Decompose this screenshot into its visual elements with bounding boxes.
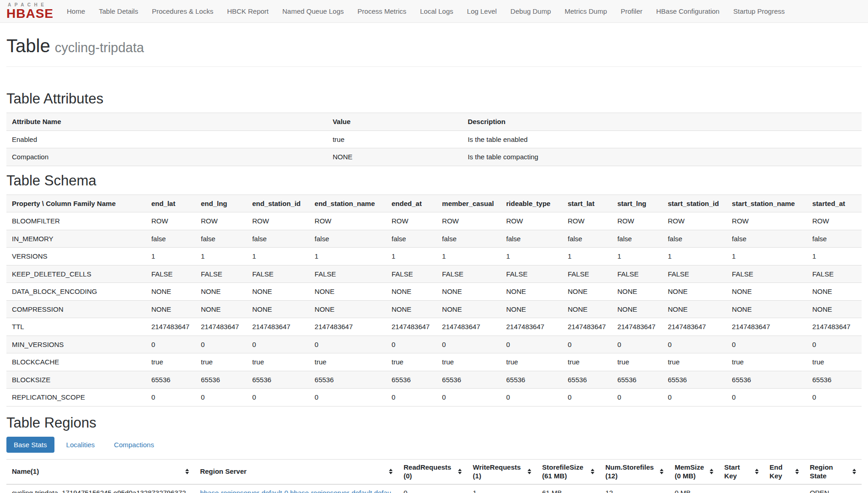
schema-cell: 0	[195, 389, 247, 406]
schema-cell: NONE	[437, 300, 501, 318]
nav-item-debug-dump[interactable]: Debug Dump	[504, 7, 558, 15]
schema-cell: 65536	[309, 371, 386, 389]
schema-property-name: BLOCKCACHE	[6, 353, 146, 371]
schema-cell: ROW	[612, 212, 662, 230]
regions-col-writerequests-1[interactable]: WriteRequests (1)	[467, 459, 536, 484]
schema-cell: NONE	[501, 300, 562, 318]
regions-col-region-server[interactable]: Region Server	[194, 459, 398, 484]
schema-cell: 0	[437, 389, 501, 406]
schema-cell: 65536	[247, 371, 309, 389]
nav-item-hbck-report[interactable]: HBCK Report	[220, 7, 275, 15]
schema-cell: 2147483647	[437, 318, 501, 336]
schema-cell: 2147483647	[247, 318, 309, 336]
nav-item-log-level[interactable]: Log Level	[460, 7, 504, 15]
schema-cell: NONE	[807, 283, 862, 301]
schema-cell: NONE	[195, 300, 247, 318]
schema-cell: 65536	[807, 371, 862, 389]
schema-cell: NONE	[386, 283, 437, 301]
nav-item-table-details[interactable]: Table Details	[92, 7, 145, 15]
regions-col-label: End Key	[770, 463, 793, 481]
schema-cell: 0	[146, 389, 195, 406]
schema-cell: true	[662, 353, 726, 371]
schema-col-end-lat: end_lat	[146, 195, 195, 212]
schema-cell: 2147483647	[662, 318, 726, 336]
region-cell: 12	[600, 484, 669, 493]
regions-col-num-storefiles-12[interactable]: Num.Storefiles (12)	[600, 459, 669, 484]
schema-cell: 0	[501, 389, 562, 406]
schema-cell: true	[807, 353, 862, 371]
schema-cell: FALSE	[195, 265, 247, 283]
schema-cell: true	[309, 353, 386, 371]
regions-col-memsize-0-mb[interactable]: MemSize (0 MB)	[669, 459, 718, 484]
schema-cell: true	[146, 353, 195, 371]
schema-row-blockcache: BLOCKCACHEtruetruetruetruetruetruetruetr…	[6, 353, 862, 371]
tab-compactions[interactable]: Compactions	[107, 437, 162, 453]
schema-cell: FALSE	[662, 265, 726, 283]
region-server-link[interactable]: hbase-regionserver-default-0.hbase-regio…	[200, 489, 391, 493]
nav-item-named-queue-logs[interactable]: Named Queue Logs	[275, 7, 350, 15]
schema-cell: false	[195, 230, 247, 248]
schema-cell: ROW	[309, 212, 386, 230]
attributes-cell: Is the table enabled	[462, 130, 862, 148]
region-cell	[764, 484, 804, 493]
region-cell	[719, 484, 764, 493]
schema-cell: FALSE	[807, 265, 862, 283]
schema-row-keep-deleted-cells: KEEP_DELETED_CELLSFALSEFALSEFALSEFALSEFA…	[6, 265, 862, 283]
schema-cell: NONE	[146, 283, 195, 301]
schema-cell: 1	[562, 248, 612, 265]
schema-cell: NONE	[195, 283, 247, 301]
schema-cell: NONE	[501, 283, 562, 301]
schema-col-member-casual: member_casual	[437, 195, 501, 212]
schema-col-rideable-type: rideable_type	[501, 195, 562, 212]
tab-base-stats[interactable]: Base Stats	[6, 437, 54, 453]
schema-cell: 0	[562, 389, 612, 406]
schema-cell: false	[501, 230, 562, 248]
regions-col-label: MemSize (0 MB)	[674, 463, 707, 481]
schema-cell: NONE	[386, 300, 437, 318]
nav-item-hbase-configuration[interactable]: HBase Configuration	[649, 7, 726, 15]
region-name-cell: cycling-tripdata,,1719475156245.e95d0a13…	[6, 484, 194, 493]
schema-cell: false	[247, 230, 309, 248]
attributes-cell: NONE	[327, 148, 462, 166]
nav-item-home[interactable]: Home	[60, 7, 92, 15]
schema-cell: 2147483647	[386, 318, 437, 336]
nav-item-startup-progress[interactable]: Startup Progress	[726, 7, 792, 15]
schema-cell: 1	[437, 248, 501, 265]
regions-col-start-key[interactable]: Start Key	[719, 459, 764, 484]
nav-item-process-metrics[interactable]: Process Metrics	[350, 7, 413, 15]
hbase-logo[interactable]: APACHE HBASE	[6, 3, 54, 20]
attributes-property-name: Enabled	[6, 130, 327, 148]
nav-item-profiler[interactable]: Profiler	[614, 7, 650, 15]
schema-cell: NONE	[807, 300, 862, 318]
regions-col-end-key[interactable]: End Key	[764, 459, 804, 484]
schema-property-name: MIN_VERSIONS	[6, 336, 146, 353]
schema-cell: 2147483647	[562, 318, 612, 336]
tab-localities[interactable]: Localities	[59, 437, 102, 453]
schema-cell: ROW	[247, 212, 309, 230]
schema-cell: 2147483647	[807, 318, 862, 336]
schema-col-start-lat: start_lat	[562, 195, 612, 212]
top-navbar: APACHE HBASE HomeTable DetailsProcedures…	[0, 0, 868, 23]
nav-item-procedures-locks[interactable]: Procedures & Locks	[145, 7, 220, 15]
nav-item-metrics-dump[interactable]: Metrics Dump	[558, 7, 614, 15]
regions-col-storefilesize-61-mb[interactable]: StorefileSize (61 MB)	[537, 459, 600, 484]
schema-cell: FALSE	[309, 265, 386, 283]
regions-col-region-state[interactable]: Region State	[804, 459, 862, 484]
sort-arrows-icon	[795, 469, 799, 474]
schema-cell: FALSE	[247, 265, 309, 283]
nav-item-local-logs[interactable]: Local Logs	[413, 7, 460, 15]
attributes-row-compaction: CompactionNONEIs the table compacting	[6, 148, 862, 166]
schema-col-ended-at: ended_at	[386, 195, 437, 212]
schema-cell: FALSE	[386, 265, 437, 283]
regions-col-readrequests-0[interactable]: ReadRequests (0)	[398, 459, 467, 484]
regions-col-name-1[interactable]: Name(1)	[6, 459, 194, 484]
schema-cell: 0	[501, 336, 562, 353]
schema-cell: FALSE	[727, 265, 807, 283]
attributes-table: Attribute NameValueDescription Enabledtr…	[6, 113, 862, 166]
region-cell: OPEN	[804, 484, 862, 493]
region-cell: 0	[398, 484, 467, 493]
sort-arrows-icon	[389, 469, 393, 474]
regions-heading: Table Regions	[6, 415, 862, 431]
title-divider	[6, 66, 862, 67]
schema-col-property-column-family-name: Property \ Column Family Name	[6, 195, 146, 212]
